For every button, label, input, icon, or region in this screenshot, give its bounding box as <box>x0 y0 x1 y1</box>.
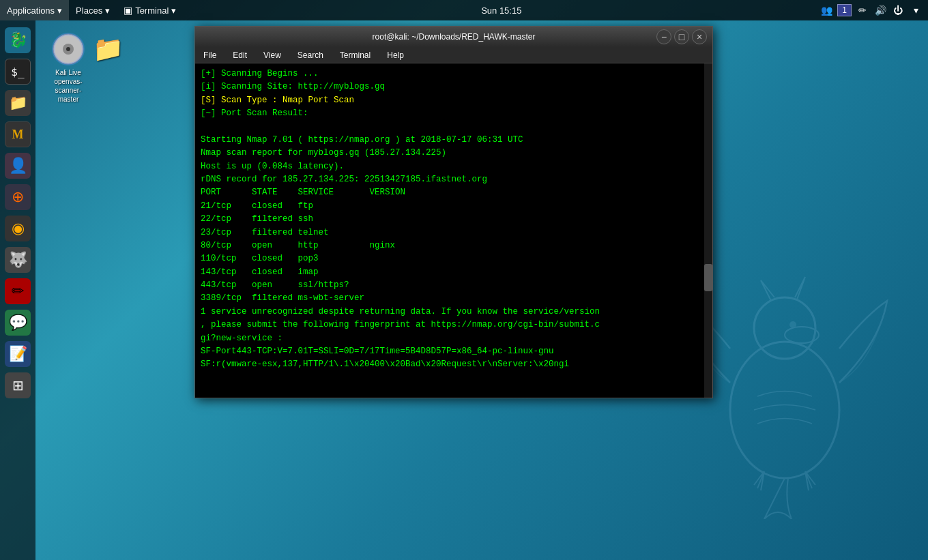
applications-arrow: ▾ <box>57 5 62 16</box>
sidebar-folder-icon: 📁 <box>9 94 27 112</box>
applications-menu[interactable]: Applications ▾ <box>0 0 69 20</box>
sidebar-edit[interactable]: ✏ <box>5 278 31 304</box>
terminal-window: root@kali: ~/Downloads/RED_HAWK-master −… <box>194 26 713 398</box>
folder-icon: 📁 <box>91 33 124 65</box>
terminal-menubar: File Edit View Search Terminal Help <box>195 47 712 63</box>
places-arrow: ▾ <box>105 5 110 16</box>
terminal-title: root@kali: ~/Downloads/RED_HAWK-master <box>202 32 706 42</box>
sidebar-terminal-icon: $_ <box>11 65 24 78</box>
sidebar-chat-icon: 💬 <box>9 314 27 331</box>
maximize-button[interactable]: □ <box>674 29 689 44</box>
taskbar: Applications ▾ Places ▾ ▣ Terminal ▾ Sun… <box>0 0 928 20</box>
sidebar-patch[interactable]: ⊕ <box>5 184 31 210</box>
taskbar-clock: Sun 15:15 <box>183 5 820 16</box>
sidebar-circle-icon: ◉ <box>12 220 25 237</box>
power-icon[interactable]: ⏻ <box>891 3 905 17</box>
sidebar-kali-logo[interactable]: 🐉 <box>5 27 31 53</box>
terminal-body[interactable]: [+] Scanning Begins ... [i] Scanning Sit… <box>195 63 712 398</box>
taskbar-right: 👥 1 ✏ 🔊 ⏻ ▾ <box>820 3 928 17</box>
kali-dragon-icon: 🐉 <box>9 31 27 49</box>
sidebar-circle[interactable]: ◉ <box>5 216 31 241</box>
sidebar-notes[interactable]: 📝 <box>5 341 31 367</box>
svg-point-2 <box>66 47 70 51</box>
sidebar-wolf[interactable]: 🐺 <box>5 247 31 273</box>
terminal-label: Terminal <box>135 5 169 16</box>
svg-point-4 <box>730 342 839 478</box>
sidebar-grid[interactable]: ⊞ <box>5 372 31 398</box>
places-label: Places <box>76 5 102 16</box>
volume-icon[interactable]: 🔊 <box>873 3 887 17</box>
terminal-menu-btn[interactable]: ▣ Terminal ▾ <box>117 0 183 20</box>
terminal-content: [+] Scanning Begins ... [i] Scanning Sit… <box>195 63 712 376</box>
close-button[interactable]: × <box>692 29 707 44</box>
menu-search[interactable]: Search <box>295 49 326 61</box>
power-arrow[interactable]: ▾ <box>909 3 923 17</box>
terminal-scrollbar[interactable] <box>704 63 712 398</box>
places-menu[interactable]: Places ▾ <box>69 0 117 20</box>
terminal-icon: ▣ <box>124 5 132 16</box>
sidebar-edit-icon: ✏ <box>12 282 24 300</box>
menu-view[interactable]: View <box>261 49 284 61</box>
terminal-titlebar: root@kali: ~/Downloads/RED_HAWK-master −… <box>195 27 712 47</box>
sidebar-grid-icon: ⊞ <box>12 377 24 394</box>
applications-label: Applications <box>7 5 55 16</box>
menu-file[interactable]: File <box>201 49 219 61</box>
terminal-arrow: ▾ <box>171 5 176 16</box>
sidebar-chat[interactable]: 💬 <box>5 310 31 336</box>
svg-point-7 <box>789 321 796 328</box>
menu-terminal[interactable]: Terminal <box>337 49 373 61</box>
sidebar-notes-icon: 📝 <box>9 345 27 363</box>
sidebar-dock: 🐉 $_ 📁 M 👤 ⊕ ◉ 🐺 ✏ 💬 📝 ⊞ <box>0 20 35 560</box>
svg-point-6 <box>785 327 819 343</box>
sidebar-metasploit-icon: M <box>12 128 24 142</box>
sidebar-terminal[interactable]: $_ <box>5 59 31 85</box>
scrollbar-thumb[interactable] <box>704 264 712 291</box>
pencil-icon[interactable]: ✏ <box>856 3 869 17</box>
people-icon[interactable]: 👥 <box>820 3 833 17</box>
sidebar-folder[interactable]: 📁 <box>5 90 31 116</box>
sidebar-metasploit[interactable]: M <box>5 121 31 147</box>
dvd-icon <box>52 33 85 65</box>
window-controls: − □ × <box>656 29 707 44</box>
desktop-icon-folder[interactable]: 📁 <box>81 33 135 65</box>
menu-edit[interactable]: Edit <box>230 49 250 61</box>
taskbar-left: Applications ▾ Places ▾ ▣ Terminal ▾ <box>0 0 183 20</box>
sidebar-patch-icon: ⊕ <box>12 188 24 206</box>
menu-help[interactable]: Help <box>384 49 407 61</box>
svg-point-5 <box>754 297 815 359</box>
workspace-indicator[interactable]: 1 <box>837 4 852 16</box>
sidebar-wolf-icon: 🐺 <box>9 251 27 269</box>
sidebar-face-icon: 👤 <box>9 157 27 175</box>
minimize-button[interactable]: − <box>656 29 671 44</box>
sidebar-face[interactable]: 👤 <box>5 153 31 179</box>
dvd-label: Kali Live openvas-scanner-master <box>41 68 96 104</box>
